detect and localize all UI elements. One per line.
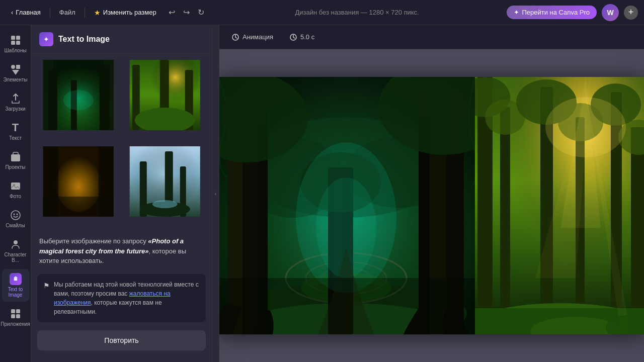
divider-2 xyxy=(85,8,85,18)
time-button[interactable]: 5.0 с xyxy=(285,31,318,44)
canvas-toolbar: Анимация 5.0 с xyxy=(219,25,644,49)
svg-rect-16 xyxy=(11,309,15,313)
panel-collapse-handle[interactable]: ‹ xyxy=(212,25,219,362)
refresh-button[interactable]: ↻ xyxy=(195,5,207,20)
repeat-button[interactable]: Повторить xyxy=(37,330,206,350)
sidebar-item-characters[interactable]: Character B... xyxy=(2,234,29,267)
generated-image-1[interactable] xyxy=(37,60,120,142)
sidebar-item-text-to-image[interactable]: Text to Image xyxy=(2,269,29,302)
icon-sidebar: Шаблоны Элементы Загрузки T xyxy=(0,25,31,362)
sidebar-item-photos[interactable]: Фото xyxy=(2,176,29,203)
svg-rect-18 xyxy=(11,314,15,318)
svg-point-10 xyxy=(11,211,20,220)
pro-upgrade-button[interactable]: ✦ Перейти на Canva Pro xyxy=(507,6,597,19)
panel-logo-icon: ✦ xyxy=(43,35,49,43)
smileys-icon xyxy=(10,209,22,221)
svg-rect-17 xyxy=(16,309,20,313)
panel-sidebar: ✦ Text to Image xyxy=(31,25,212,362)
canvas-viewport[interactable] xyxy=(219,49,644,362)
home-button[interactable]: ‹ Главная xyxy=(6,6,46,19)
topbar: ‹ Главная Файл ★ Изменить размер ↩ ↪ ↻ Д… xyxy=(0,0,644,25)
svg-point-92 xyxy=(545,97,626,157)
document-title: Дизайн без названия — 644 × 362 пикс. xyxy=(295,9,419,16)
panel-header: ✦ Text to Image xyxy=(31,25,212,54)
notice-box: ⚑ Мы работаем над этой новой технологией… xyxy=(37,274,206,322)
svg-marker-6 xyxy=(12,70,19,75)
svg-point-12 xyxy=(16,214,18,215)
file-button[interactable]: Файл xyxy=(54,6,80,19)
time-icon xyxy=(289,33,297,41)
sidebar-item-smileys[interactable]: Смайлы xyxy=(2,205,29,232)
redo-button[interactable]: ↪ xyxy=(180,5,193,20)
text-icon: T xyxy=(10,122,22,134)
canvas-image-left[interactable] xyxy=(219,77,475,334)
canvas-stage xyxy=(219,77,644,334)
svg-rect-79 xyxy=(500,107,510,334)
divider-1 xyxy=(50,8,50,18)
apps-icon xyxy=(10,308,22,320)
svg-rect-8 xyxy=(11,183,20,190)
sidebar-item-text[interactable]: T Текст xyxy=(2,118,29,145)
sidebar-item-apps[interactable]: Приложения xyxy=(2,304,29,331)
sidebar-item-templates[interactable]: Шаблоны xyxy=(2,30,29,57)
main-layout: Шаблоны Элементы Загрузки T xyxy=(0,25,644,362)
topbar-right: ✦ Перейти на Canva Pro W + xyxy=(507,4,638,21)
panel-content: Выберите изображение по запросу «Photo o… xyxy=(31,54,212,362)
photos-icon xyxy=(10,180,22,192)
undo-redo-group: ↩ ↪ ↻ xyxy=(166,5,207,20)
svg-rect-5 xyxy=(16,65,20,69)
image-grid xyxy=(37,60,206,228)
uploads-icon xyxy=(10,93,22,105)
svg-rect-7 xyxy=(11,154,20,161)
sidebar-item-uploads[interactable]: Загрузки xyxy=(2,88,29,116)
chevron-left-icon: ‹ xyxy=(215,191,216,197)
generated-image-2[interactable] xyxy=(124,60,206,142)
svg-rect-1 xyxy=(16,36,20,40)
svg-point-15 xyxy=(15,279,16,280)
templates-icon xyxy=(10,34,22,46)
sidebar-item-elements[interactable]: Элементы xyxy=(2,59,29,86)
svg-rect-3 xyxy=(16,41,20,45)
user-avatar[interactable]: W xyxy=(602,4,619,21)
flag-icon: ⚑ xyxy=(43,281,50,316)
animation-icon xyxy=(231,33,239,41)
svg-rect-38 xyxy=(43,197,114,217)
panel-title: Text to Image xyxy=(58,35,110,44)
sidebar-item-projects[interactable]: Проекты xyxy=(2,147,29,174)
animation-button[interactable]: Анимация xyxy=(227,31,277,44)
svg-point-11 xyxy=(13,214,15,215)
text-to-image-icon xyxy=(10,273,22,285)
svg-rect-83 xyxy=(631,127,644,334)
elements-icon xyxy=(10,63,22,75)
notice-text: Мы работаем над этой новой технологией в… xyxy=(54,280,200,316)
svg-point-27 xyxy=(63,90,94,110)
topbar-left: ‹ Главная Файл ★ Изменить размер ↩ ↪ ↻ xyxy=(6,5,207,20)
svg-rect-24 xyxy=(48,70,57,130)
canvas-image-right[interactable] xyxy=(475,77,644,334)
add-user-button[interactable]: + xyxy=(624,6,638,20)
projects-icon xyxy=(10,151,22,163)
generated-image-3[interactable] xyxy=(37,146,120,229)
characters-icon xyxy=(10,238,22,250)
undo-button[interactable]: ↩ xyxy=(166,5,178,20)
svg-rect-74 xyxy=(219,278,475,334)
generated-image-4[interactable] xyxy=(124,146,206,229)
svg-rect-0 xyxy=(11,36,15,40)
star-icon: ★ xyxy=(94,9,101,17)
canvas-area: Анимация 5.0 с xyxy=(219,25,644,362)
resize-button[interactable]: ★ Изменить размер xyxy=(89,6,162,19)
svg-rect-19 xyxy=(16,314,20,318)
svg-rect-2 xyxy=(11,41,15,45)
svg-point-45 xyxy=(152,200,177,208)
canva-icon: ✦ xyxy=(514,9,519,16)
svg-point-4 xyxy=(11,65,15,69)
panel-logo: ✦ xyxy=(39,32,53,46)
chevron-left-icon: ‹ xyxy=(11,9,13,16)
svg-point-13 xyxy=(14,240,18,244)
svg-rect-25 xyxy=(100,65,110,130)
selection-info: Выберите изображение по запросу «Photo o… xyxy=(37,236,206,266)
